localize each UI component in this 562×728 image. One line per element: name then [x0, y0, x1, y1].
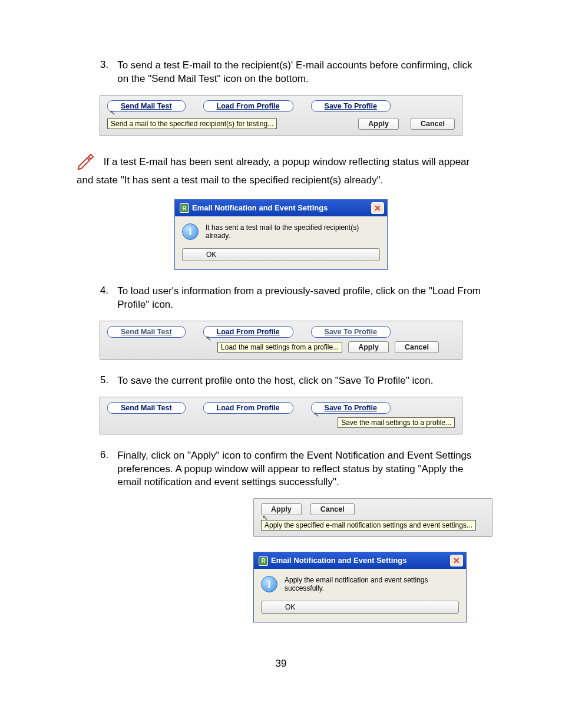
step-text: To save the current profile onto the hos…: [117, 374, 433, 388]
apply-button[interactable]: Apply: [358, 118, 399, 130]
dialog-test-mail-sent: REmail Notification and Event Settings ✕…: [174, 199, 388, 270]
cursor-icon: ↖: [206, 334, 211, 342]
tooltip-save-profile: Save the mail settings to a profile...: [338, 417, 455, 428]
save-to-profile-button[interactable]: Save To Profile: [311, 100, 391, 112]
step-text: To load user's information from a previo…: [117, 285, 485, 312]
cursor-icon: ↖: [262, 513, 268, 522]
dialog-message: It has sent a test mail to the specified…: [206, 223, 380, 240]
tooltip-load-profile: Load the mail settings from a profile...: [217, 342, 342, 353]
dialog-titlebar: REmail Notification and Event Settings ✕: [254, 552, 466, 569]
send-mail-test-button[interactable]: Send Mail Test: [107, 100, 186, 112]
send-mail-test-button[interactable]: Send Mail Test: [107, 326, 186, 338]
load-from-profile-button[interactable]: Load From Profile: [203, 100, 293, 112]
save-to-profile-button[interactable]: Save To Profile: [311, 326, 391, 338]
step-5: 5. To save the current profile onto the …: [100, 374, 485, 388]
step-number: 6.: [100, 449, 108, 490]
tooltip-apply: Apply the specified e-mail notification …: [261, 520, 476, 531]
close-icon[interactable]: ✕: [371, 202, 384, 214]
dialog-message: Apply the email notification and event s…: [285, 576, 459, 592]
step-6: 6. Finally, click on "Apply" icon to con…: [100, 449, 485, 490]
load-from-profile-button[interactable]: Load From Profile: [203, 402, 293, 414]
dialog-titlebar: REmail Notification and Event Settings ✕: [175, 200, 387, 216]
tooltip-send-mail-test: Send a mail to the specified recipient(s…: [107, 118, 277, 129]
dialog-title-text: Email Notification and Event Settings: [192, 203, 328, 212]
panel-load-from-profile: Send Mail Test Load From Profile ↖ Save …: [100, 321, 462, 360]
ok-button[interactable]: OK: [182, 248, 380, 261]
cancel-button[interactable]: Cancel: [310, 503, 355, 515]
step-number: 4.: [100, 285, 108, 312]
step-text: To send a test E-mail to the recipient(s…: [117, 59, 485, 86]
close-icon[interactable]: ✕: [450, 555, 463, 566]
info-icon: i: [261, 576, 277, 592]
cancel-button[interactable]: Cancel: [411, 118, 455, 130]
note-text: If a test E-mail has been sent already, …: [77, 156, 470, 186]
panel-save-to-profile: Send Mail Test Load From Profile Save To…: [100, 397, 462, 434]
panel-apply: Apply ↖ Cancel Apply the specified e-mai…: [253, 498, 492, 537]
save-to-profile-button[interactable]: Save To Profile: [311, 402, 391, 414]
step-number: 3.: [100, 59, 108, 86]
hand-write-icon: [77, 151, 98, 174]
info-icon: i: [182, 223, 199, 240]
app-icon: R: [180, 203, 189, 213]
dialog-apply-success: REmail Notification and Event Settings ✕…: [253, 552, 467, 622]
note-paragraph: If a test E-mail has been sent already, …: [77, 151, 485, 187]
cursor-icon: ↖: [110, 108, 115, 117]
load-from-profile-button[interactable]: Load From Profile: [203, 326, 293, 338]
panel-send-mail-test: Send Mail Test ↖ Load From Profile Save …: [100, 95, 462, 136]
page-number: 39: [77, 658, 485, 670]
step-text: Finally, click on "Apply" icon to confir…: [117, 449, 485, 490]
dialog-title-text: Email Notification and Event Settings: [271, 556, 406, 565]
cursor-icon: ↖: [313, 410, 319, 419]
apply-button[interactable]: Apply: [348, 341, 389, 353]
send-mail-test-button[interactable]: Send Mail Test: [107, 402, 186, 414]
step-number: 5.: [100, 374, 108, 388]
cancel-button[interactable]: Cancel: [395, 341, 439, 353]
app-icon: R: [259, 556, 268, 566]
ok-button[interactable]: OK: [261, 601, 459, 614]
step-4: 4. To load user's information from a pre…: [100, 285, 485, 312]
step-3: 3. To send a test E-mail to the recipien…: [100, 59, 485, 86]
